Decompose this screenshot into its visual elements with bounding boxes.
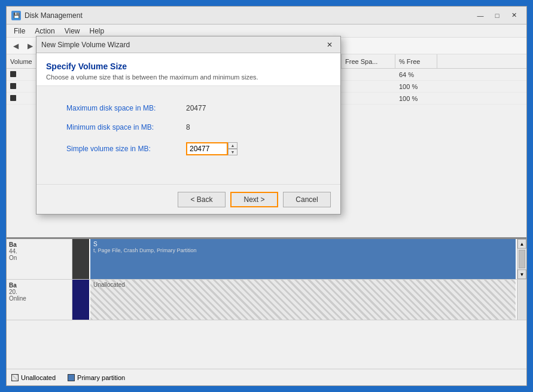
toolbar-forward[interactable]: ▶ bbox=[23, 39, 36, 53]
close-button[interactable]: ✕ bbox=[506, 10, 522, 22]
legend-unalloc-label: Unallocated bbox=[21, 374, 56, 381]
volume-size-input[interactable] bbox=[186, 142, 228, 155]
menu-help[interactable]: Help bbox=[85, 26, 109, 36]
field-max-value: 20477 bbox=[186, 104, 206, 112]
dialog-header-title: Specify Volume Size bbox=[46, 62, 331, 71]
disk-0-size: 44. bbox=[9, 248, 69, 255]
td-pct-2: 100 % bbox=[395, 95, 437, 102]
volume-size-field: ▲ ▼ bbox=[186, 142, 237, 155]
field-min-label: Minimum disk space in MB: bbox=[66, 123, 186, 131]
legend-primary: Primary partition bbox=[68, 374, 125, 381]
scroll-right: ▲ ▼ bbox=[517, 239, 526, 279]
disk-view: Ba 44. On S t, Page File, Crash Dump, Pr… bbox=[7, 237, 526, 369]
next-button[interactable]: Next > bbox=[230, 192, 278, 207]
legend-unallocated: Unallocated bbox=[11, 374, 56, 381]
spinner-up[interactable]: ▲ bbox=[228, 142, 237, 149]
menu-action[interactable]: Action bbox=[30, 26, 59, 36]
cancel-button[interactable]: Cancel bbox=[283, 192, 331, 207]
dialog-close-button[interactable]: ✕ bbox=[324, 39, 336, 50]
disk-1-partitions: Unallocated bbox=[72, 280, 517, 320]
app-title: Disk Management bbox=[25, 11, 473, 20]
legend-primary-icon bbox=[68, 374, 75, 381]
dialog-footer: < Back Next > Cancel bbox=[36, 184, 340, 214]
field-size-label: Simple volume size in MB: bbox=[66, 145, 186, 153]
partition-0-system[interactable] bbox=[72, 239, 90, 279]
menu-file[interactable]: File bbox=[9, 26, 30, 36]
partition-1-unalloc[interactable]: Unallocated bbox=[90, 280, 517, 320]
partition-0-c[interactable]: S t, Page File, Crash Dump, Primary Part… bbox=[90, 239, 517, 279]
disk-row-1: Ba 20. Online Unallocated bbox=[7, 280, 526, 320]
minimize-button[interactable]: — bbox=[473, 10, 488, 22]
field-row-size: Simple volume size in MB: ▲ ▼ bbox=[66, 142, 310, 155]
disk-0-label: Ba 44. On bbox=[7, 239, 72, 279]
wizard-dialog: New Simple Volume Wizard ✕ Specify Volum… bbox=[36, 36, 341, 215]
col-freepct[interactable]: % Free bbox=[395, 54, 437, 68]
td-pct-1: 100 % bbox=[395, 83, 437, 90]
menu-view[interactable]: View bbox=[60, 26, 85, 36]
status-bar: Unallocated Primary partition bbox=[7, 369, 526, 385]
dialog-header: Specify Volume Size Choose a volume size… bbox=[36, 53, 340, 86]
field-min-value: 8 bbox=[186, 123, 190, 131]
td-pct-0: 64 % bbox=[395, 71, 437, 78]
disk-row-0: Ba 44. On S t, Page File, Crash Dump, Pr… bbox=[7, 239, 526, 280]
field-max-label: Maximum disk space in MB: bbox=[66, 104, 186, 112]
disk-1-label: Ba 20. Online bbox=[7, 280, 72, 320]
disk-0-partitions: S t, Page File, Crash Dump, Primary Part… bbox=[72, 239, 517, 279]
scroll-up-btn[interactable]: ▲ bbox=[517, 239, 526, 249]
window-controls: — □ ✕ bbox=[473, 10, 522, 22]
disk-1-status: Online bbox=[9, 295, 69, 302]
title-bar: 💾 Disk Management — □ ✕ bbox=[7, 7, 526, 24]
scroll-right-2 bbox=[517, 280, 526, 320]
disk-1-name: Ba bbox=[9, 282, 69, 289]
volume-size-spinner: ▲ ▼ bbox=[228, 142, 237, 155]
legend-unalloc-icon bbox=[11, 374, 19, 381]
scroll-thumb bbox=[519, 250, 525, 268]
back-button[interactable]: < Back bbox=[178, 192, 226, 207]
maximize-button[interactable]: □ bbox=[489, 10, 505, 22]
spinner-down[interactable]: ▼ bbox=[228, 149, 237, 155]
dialog-body: Maximum disk space in MB: 20477 Minimum … bbox=[36, 86, 340, 184]
disk-0-name: Ba bbox=[9, 241, 69, 248]
disk-0-status: On bbox=[9, 255, 69, 261]
app-icon: 💾 bbox=[11, 11, 21, 20]
dialog-title: New Simple Volume Wizard bbox=[41, 41, 324, 49]
dialog-header-sub: Choose a volume size that is between the… bbox=[46, 74, 331, 81]
dialog-title-bar: New Simple Volume Wizard ✕ bbox=[36, 36, 340, 53]
toolbar-back[interactable]: ◀ bbox=[9, 39, 22, 53]
legend-primary-label: Primary partition bbox=[77, 374, 125, 381]
field-row-min: Minimum disk space in MB: 8 bbox=[66, 123, 310, 131]
scroll-down-btn[interactable]: ▼ bbox=[517, 270, 526, 279]
col-freespace[interactable]: Free Spa... bbox=[342, 54, 395, 68]
partition-1-boot[interactable] bbox=[72, 280, 90, 320]
disk-1-size: 20. bbox=[9, 289, 69, 295]
field-row-max: Maximum disk space in MB: 20477 bbox=[66, 104, 310, 112]
